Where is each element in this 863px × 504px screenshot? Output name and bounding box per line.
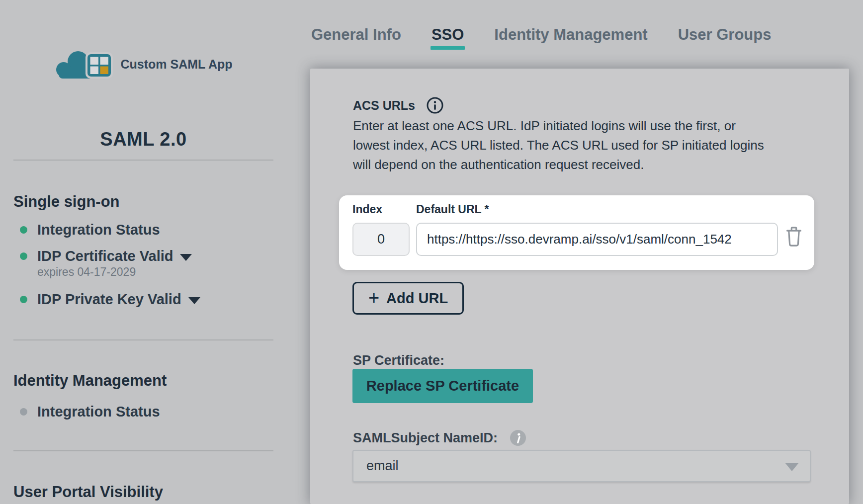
default-url-input[interactable]: [416, 223, 778, 256]
index-input[interactable]: [352, 223, 410, 256]
tab-general-info-label: General Info: [311, 26, 401, 43]
sidebar-item-label: Integration Status: [37, 222, 160, 238]
delete-url-button[interactable]: [784, 225, 803, 248]
status-dot-green-icon: [20, 296, 27, 303]
tab-general-info[interactable]: General Info: [311, 26, 401, 44]
sidebar-divider: [13, 450, 273, 451]
app-logo-row: Custom SAML App: [13, 50, 273, 79]
saml-subject-nameid-label: SAMLSubject NameID:: [353, 430, 498, 446]
certificate-expiry-text: expires 04-17-2029: [37, 265, 136, 279]
sidebar-divider: [13, 339, 273, 340]
status-dot-gray-icon: [20, 408, 27, 416]
default-url-label: Default URL *: [416, 203, 489, 216]
saml-subject-nameid-select[interactable]: email: [352, 450, 811, 482]
active-tab-underline: [431, 46, 465, 50]
description-line: Enter at least one ACS URL. IdP initiate…: [353, 116, 764, 136]
tab-sso[interactable]: SSO: [432, 26, 464, 44]
add-url-button-label: Add URL: [386, 290, 448, 307]
sp-certificate-label: SP Certificate:: [353, 353, 444, 368]
sidebar-item-label: Integration Status: [37, 404, 160, 420]
sidebar-item-label: IDP Certificate Valid: [37, 248, 173, 264]
info-filled-icon[interactable]: [510, 429, 526, 446]
sidebar-item-idp-certificate-valid[interactable]: IDP Certificate Valid: [13, 248, 192, 264]
sidebar-heading-single-sign-on: Single sign-on: [13, 193, 120, 211]
trash-icon: [784, 225, 803, 248]
caret-down-icon[interactable]: [188, 297, 200, 304]
app-sidebar: Custom SAML App SAML 2.0 Single sign-on …: [13, 0, 273, 504]
tab-identity-management[interactable]: Identity Management: [494, 26, 647, 44]
protocol-title: SAML 2.0: [13, 129, 273, 150]
caret-down-icon: [785, 463, 799, 471]
caret-down-icon[interactable]: [180, 254, 192, 261]
acs-urls-description: Enter at least one ACS URL. IdP initiate…: [353, 116, 764, 174]
sso-settings-panel: ACS URLs Enter at least one ACS URL. IdP…: [310, 69, 849, 504]
acs-urls-label: ACS URLs: [353, 98, 415, 113]
status-dot-green-icon: [20, 226, 27, 234]
info-icon[interactable]: [426, 96, 444, 114]
sidebar-item-idp-private-key-valid[interactable]: IDP Private Key Valid: [13, 291, 200, 308]
replace-sp-certificate-button[interactable]: Replace SP Certificate: [352, 369, 533, 403]
tab-identity-management-label: Identity Management: [494, 26, 647, 43]
saml-subject-nameid-header: SAMLSubject NameID:: [353, 429, 526, 446]
nameid-selected-value: email: [366, 458, 399, 474]
app-name-label: Custom SAML App: [121, 57, 233, 72]
plus-icon: +: [368, 290, 379, 305]
acs-url-row-card: Index Default URL *: [339, 195, 814, 270]
sidebar-item-integration-status[interactable]: Integration Status: [13, 222, 160, 238]
sidebar-divider: [13, 160, 273, 161]
sidebar-heading-user-portal-visibility: User Portal Visibility: [13, 483, 163, 501]
index-label: Index: [352, 203, 382, 216]
status-dot-green-icon: [20, 252, 27, 260]
app-tabs: General Info SSO Identity Management Use…: [311, 26, 771, 44]
sidebar-heading-identity-management: Identity Management: [13, 372, 167, 390]
sidebar-item-integration-status-identity[interactable]: Integration Status: [13, 404, 160, 420]
tab-user-groups-label: User Groups: [678, 26, 772, 43]
description-line: lowest index, ACS URL listed. The ACS UR…: [353, 136, 764, 155]
tab-sso-label: SSO: [432, 26, 464, 43]
sidebar-item-label: IDP Private Key Valid: [37, 291, 181, 308]
add-url-button[interactable]: + Add URL: [352, 282, 464, 315]
description-line: will depend on the authentication reques…: [353, 155, 764, 174]
acs-urls-header: ACS URLs: [353, 96, 444, 114]
cloud-app-logo-icon: [55, 50, 116, 79]
tab-user-groups[interactable]: User Groups: [678, 26, 772, 44]
